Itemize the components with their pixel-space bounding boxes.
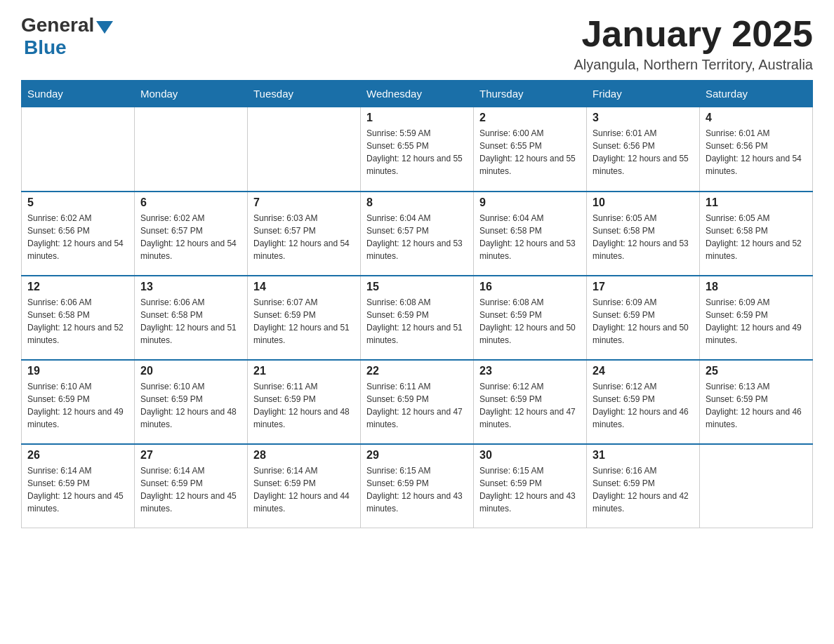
day-number: 6 [140,196,241,209]
calendar-day-cell: 28Sunrise: 6:14 AMSunset: 6:59 PMDayligh… [248,444,361,528]
calendar-day-header: Monday [135,81,248,107]
logo-arrow-icon [96,21,113,34]
day-info: Sunrise: 6:13 AMSunset: 6:59 PMDaylight:… [706,380,807,431]
calendar-day-cell: 2Sunrise: 6:00 AMSunset: 6:55 PMDaylight… [474,107,587,192]
day-number: 10 [593,196,694,209]
day-info: Sunrise: 6:00 AMSunset: 6:55 PMDaylight:… [479,127,581,177]
calendar-table: SundayMondayTuesdayWednesdayThursdayFrid… [21,80,813,528]
day-info: Sunrise: 6:15 AMSunset: 6:59 PMDaylight:… [366,464,468,515]
day-info: Sunrise: 6:16 AMSunset: 6:59 PMDaylight:… [593,464,694,515]
calendar-day-cell: 20Sunrise: 6:10 AMSunset: 6:59 PMDayligh… [135,360,248,444]
day-info: Sunrise: 6:12 AMSunset: 6:59 PMDaylight:… [593,380,694,431]
day-number: 20 [140,365,241,377]
calendar-day-cell: 10Sunrise: 6:05 AMSunset: 6:58 PMDayligh… [587,192,700,276]
day-info: Sunrise: 6:14 AMSunset: 6:59 PMDaylight:… [140,464,241,515]
calendar-day-header: Thursday [474,81,587,107]
page-subtitle: Alyangula, Northern Territory, Australia [574,57,813,73]
calendar-day-cell: 30Sunrise: 6:15 AMSunset: 6:59 PMDayligh… [474,444,587,528]
calendar-day-cell [248,107,361,192]
day-number: 17 [593,281,694,293]
calendar-day-cell: 9Sunrise: 6:04 AMSunset: 6:58 PMDaylight… [474,192,587,276]
calendar-week-row: 1Sunrise: 5:59 AMSunset: 6:55 PMDaylight… [22,107,813,192]
calendar-header-row: SundayMondayTuesdayWednesdayThursdayFrid… [22,81,813,107]
day-info: Sunrise: 6:05 AMSunset: 6:58 PMDaylight:… [593,212,694,262]
day-info: Sunrise: 6:09 AMSunset: 6:59 PMDaylight:… [593,296,694,347]
day-info: Sunrise: 6:10 AMSunset: 6:59 PMDaylight:… [27,380,128,431]
day-info: Sunrise: 6:02 AMSunset: 6:56 PMDaylight:… [27,212,128,262]
calendar-day-cell: 6Sunrise: 6:02 AMSunset: 6:57 PMDaylight… [135,192,248,276]
day-number: 31 [593,449,694,462]
calendar-day-cell: 31Sunrise: 6:16 AMSunset: 6:59 PMDayligh… [587,444,700,528]
calendar-day-cell: 25Sunrise: 6:13 AMSunset: 6:59 PMDayligh… [700,360,813,444]
day-number: 13 [140,281,241,293]
calendar-day-header: Sunday [22,81,135,107]
calendar-day-cell: 7Sunrise: 6:03 AMSunset: 6:57 PMDaylight… [248,192,361,276]
day-number: 26 [27,449,128,462]
day-number: 29 [366,449,468,462]
calendar-day-cell: 14Sunrise: 6:07 AMSunset: 6:59 PMDayligh… [248,276,361,360]
day-info: Sunrise: 6:08 AMSunset: 6:59 PMDaylight:… [366,296,468,347]
calendar-day-cell: 22Sunrise: 6:11 AMSunset: 6:59 PMDayligh… [361,360,474,444]
day-info: Sunrise: 6:15 AMSunset: 6:59 PMDaylight:… [479,464,581,515]
day-number: 8 [366,196,468,209]
calendar-day-cell [135,107,248,192]
title-area: January 2025 Alyangula, Northern Territo… [574,14,813,73]
day-info: Sunrise: 6:01 AMSunset: 6:56 PMDaylight:… [706,127,807,177]
day-number: 30 [479,449,581,462]
day-info: Sunrise: 6:08 AMSunset: 6:59 PMDaylight:… [479,296,581,347]
calendar-day-header: Saturday [700,81,813,107]
day-info: Sunrise: 6:02 AMSunset: 6:57 PMDaylight:… [140,212,241,262]
day-info: Sunrise: 6:03 AMSunset: 6:57 PMDaylight:… [253,212,355,262]
day-number: 12 [27,281,128,293]
calendar-day-cell: 24Sunrise: 6:12 AMSunset: 6:59 PMDayligh… [587,360,700,444]
calendar-day-cell: 12Sunrise: 6:06 AMSunset: 6:58 PMDayligh… [22,276,135,360]
day-info: Sunrise: 6:05 AMSunset: 6:58 PMDaylight:… [706,212,807,262]
calendar-day-cell: 29Sunrise: 6:15 AMSunset: 6:59 PMDayligh… [361,444,474,528]
calendar-day-cell: 27Sunrise: 6:14 AMSunset: 6:59 PMDayligh… [135,444,248,528]
calendar-day-cell: 19Sunrise: 6:10 AMSunset: 6:59 PMDayligh… [22,360,135,444]
day-info: Sunrise: 6:14 AMSunset: 6:59 PMDaylight:… [253,464,355,515]
page-title: January 2025 [574,14,813,54]
day-number: 9 [479,196,581,209]
day-info: Sunrise: 6:11 AMSunset: 6:59 PMDaylight:… [366,380,468,431]
calendar-day-cell: 1Sunrise: 5:59 AMSunset: 6:55 PMDaylight… [361,107,474,192]
day-info: Sunrise: 6:11 AMSunset: 6:59 PMDaylight:… [253,380,355,431]
calendar-day-cell: 16Sunrise: 6:08 AMSunset: 6:59 PMDayligh… [474,276,587,360]
day-number: 27 [140,449,241,462]
day-info: Sunrise: 6:06 AMSunset: 6:58 PMDaylight:… [140,296,241,347]
calendar-day-cell: 23Sunrise: 6:12 AMSunset: 6:59 PMDayligh… [474,360,587,444]
day-number: 19 [27,365,128,377]
day-number: 3 [593,112,694,124]
day-info: Sunrise: 6:14 AMSunset: 6:59 PMDaylight:… [27,464,128,515]
calendar-day-cell [22,107,135,192]
day-number: 16 [479,281,581,293]
day-number: 11 [706,196,807,209]
day-number: 18 [706,281,807,293]
day-number: 2 [479,112,581,124]
calendar-day-cell: 5Sunrise: 6:02 AMSunset: 6:56 PMDaylight… [22,192,135,276]
day-info: Sunrise: 6:12 AMSunset: 6:59 PMDaylight:… [479,380,581,431]
day-number: 24 [593,365,694,377]
calendar-day-cell: 13Sunrise: 6:06 AMSunset: 6:58 PMDayligh… [135,276,248,360]
day-info: Sunrise: 5:59 AMSunset: 6:55 PMDaylight:… [366,127,468,177]
page-header: General Blue January 2025 Alyangula, Nor… [21,14,813,73]
day-number: 25 [706,365,807,377]
calendar-day-cell: 17Sunrise: 6:09 AMSunset: 6:59 PMDayligh… [587,276,700,360]
calendar-day-cell: 15Sunrise: 6:08 AMSunset: 6:59 PMDayligh… [361,276,474,360]
logo-general-text: General [21,14,94,36]
day-info: Sunrise: 6:06 AMSunset: 6:58 PMDaylight:… [27,296,128,347]
calendar-day-cell: 18Sunrise: 6:09 AMSunset: 6:59 PMDayligh… [700,276,813,360]
calendar-day-cell [700,444,813,528]
calendar-week-row: 19Sunrise: 6:10 AMSunset: 6:59 PMDayligh… [22,360,813,444]
calendar-day-header: Tuesday [248,81,361,107]
logo-blue-text: Blue [24,36,67,58]
day-number: 1 [366,112,468,124]
day-number: 5 [27,196,128,209]
calendar-week-row: 26Sunrise: 6:14 AMSunset: 6:59 PMDayligh… [22,444,813,528]
day-info: Sunrise: 6:01 AMSunset: 6:56 PMDaylight:… [593,127,694,177]
calendar-week-row: 12Sunrise: 6:06 AMSunset: 6:58 PMDayligh… [22,276,813,360]
calendar-day-header: Friday [587,81,700,107]
calendar-day-header: Wednesday [361,81,474,107]
day-info: Sunrise: 6:04 AMSunset: 6:57 PMDaylight:… [366,212,468,262]
day-info: Sunrise: 6:04 AMSunset: 6:58 PMDaylight:… [479,212,581,262]
